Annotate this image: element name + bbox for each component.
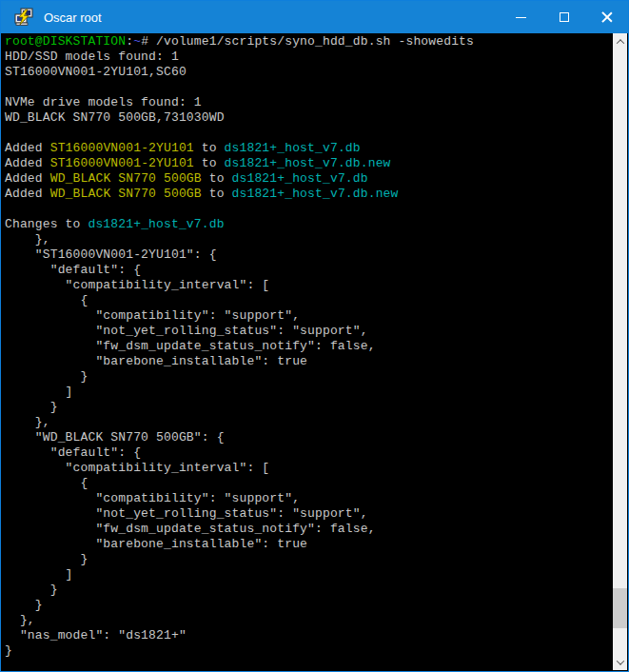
terminal-line: ] (5, 385, 612, 400)
terminal-lines: root@DISKSTATION:~# /volume1/scripts/syn… (5, 34, 612, 670)
putty-window: Oscar root root@DISKSTATION:~# /volume1/… (0, 0, 629, 672)
terminal-line: Added ST16000VN001-2YU101 to ds1821+_hos… (5, 156, 612, 171)
scrollbar[interactable] (613, 33, 627, 670)
terminal-line: WD_BLACK SN770 500GB,731030WD (5, 110, 612, 126)
terminal-line: } (5, 369, 612, 385)
putty-terminal-lightning-icon[interactable] (13, 7, 34, 28)
terminal-line: Added WD_BLACK SN770 500GB to ds1821+_ho… (5, 187, 612, 202)
scrollbar-thumb[interactable] (613, 588, 627, 628)
terminal-line: "ST16000VN001-2YU101": { (5, 247, 612, 263)
terminal-line: Added WD_BLACK SN770 500GB to ds1821+_ho… (5, 171, 612, 187)
maximize-icon (560, 12, 569, 22)
title-bar[interactable]: Oscar root (1, 1, 628, 33)
scroll-down-button[interactable] (613, 654, 627, 670)
terminal-line: Changes to ds1821+_host_v7.db (5, 217, 612, 232)
terminal-line: "barebone_installable": true (5, 354, 612, 369)
close-button[interactable] (585, 1, 628, 33)
caption-buttons (500, 1, 628, 33)
terminal-line: "fw_dsm_update_status_notify": false, (5, 522, 612, 537)
terminal-line: }, (5, 613, 612, 628)
terminal-line (5, 202, 612, 217)
terminal-line: } (5, 643, 612, 659)
terminal-line: }, (5, 232, 612, 247)
terminal-line: "not_yet_rolling_status": "support", (5, 506, 612, 522)
terminal-line (5, 126, 612, 141)
terminal-line: "compatibility_interval": [ (5, 278, 612, 293)
terminal-line: } (5, 598, 612, 613)
terminal-line: { (5, 293, 612, 308)
window-title: Oscar root (44, 10, 500, 25)
terminal-line: "compatibility": "support", (5, 308, 612, 324)
terminal-line: Added ST16000VN001-2YU101 to ds1821+_hos… (5, 141, 612, 156)
terminal-line (5, 80, 612, 95)
terminal-screen[interactable]: root@DISKSTATION:~# /volume1/scripts/syn… (2, 33, 627, 670)
terminal-line: "compatibility_interval": [ (5, 461, 612, 476)
terminal-line: "default": { (5, 263, 612, 278)
terminal-line: } (5, 552, 612, 567)
terminal-line: "fw_dsm_update_status_notify": false, (5, 339, 612, 354)
maximize-button[interactable] (542, 1, 585, 33)
minimize-button[interactable] (500, 1, 542, 33)
chevron-up-icon (616, 39, 623, 47)
terminal-line: "nas_model": "ds1821+" (5, 628, 612, 643)
terminal-line: NVMe drive models found: 1 (5, 95, 612, 110)
terminal-line: "WD_BLACK SN770 500GB": { (5, 430, 612, 445)
terminal-line: root@DISKSTATION:~# /volume1/scripts/syn… (5, 34, 612, 49)
terminal-line: "not_yet_rolling_status": "support", (5, 324, 612, 339)
scroll-up-button[interactable] (613, 33, 627, 49)
terminal-line: } (5, 583, 612, 598)
terminal-line: ST16000VN001-2YU101,SC60 (5, 65, 612, 80)
terminal-line: }, (5, 415, 612, 430)
terminal-line: ] (5, 567, 612, 583)
terminal-line: "default": { (5, 445, 612, 461)
chevron-down-icon (616, 657, 623, 664)
terminal-line: HDD/SSD models found: 1 (5, 49, 612, 65)
close-icon (601, 11, 613, 23)
terminal-line: { (5, 476, 612, 491)
terminal-line: "compatibility": "support", (5, 491, 612, 506)
terminal-line: "barebone_installable": true (5, 537, 612, 552)
minimize-icon (516, 17, 526, 18)
terminal-line: } (5, 400, 612, 415)
